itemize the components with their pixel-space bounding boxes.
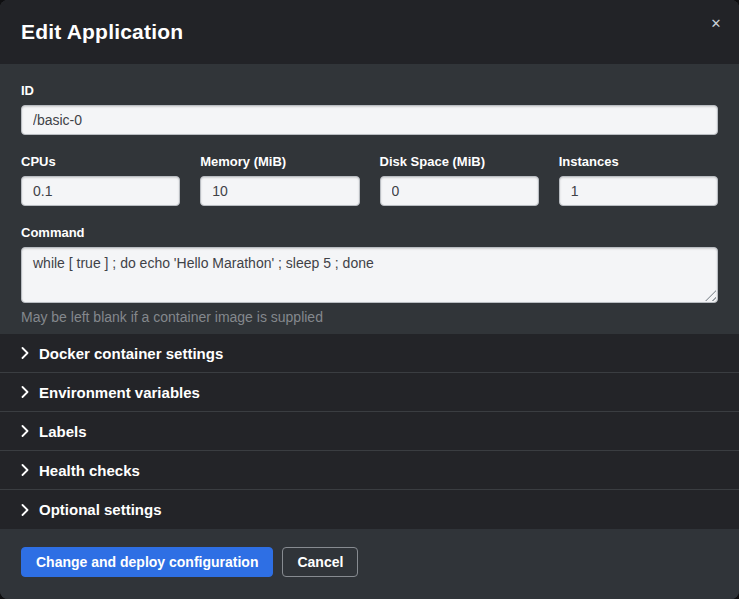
disk-field-group: Disk Space (MiB) xyxy=(380,154,539,206)
section-docker-container-settings[interactable]: Docker container settings xyxy=(0,334,739,373)
command-label: Command xyxy=(21,225,718,240)
memory-input[interactable] xyxy=(200,176,359,206)
disk-input[interactable] xyxy=(380,176,539,206)
section-label: Docker container settings xyxy=(39,345,223,362)
command-field-group: Command while [ true ] ; do echo 'Hello … xyxy=(21,225,718,325)
resources-row: CPUs Memory (MiB) Disk Space (MiB) Insta… xyxy=(21,154,718,206)
section-labels[interactable]: Labels xyxy=(0,412,739,451)
change-and-deploy-button[interactable]: Change and deploy configuration xyxy=(21,547,273,577)
instances-field-group: Instances xyxy=(559,154,718,206)
section-label: Optional settings xyxy=(39,501,162,518)
modal-header: Edit Application ✕ xyxy=(0,0,739,64)
id-input[interactable] xyxy=(21,105,718,135)
command-help-text: May be left blank if a container image i… xyxy=(21,309,718,325)
modal-title: Edit Application xyxy=(21,20,183,44)
command-textarea[interactable]: while [ true ] ; do echo 'Hello Marathon… xyxy=(21,247,718,303)
chevron-right-icon xyxy=(21,386,29,398)
close-icon: ✕ xyxy=(711,17,722,30)
section-optional-settings[interactable]: Optional settings xyxy=(0,490,739,529)
section-label: Environment variables xyxy=(39,384,200,401)
memory-label: Memory (MiB) xyxy=(200,154,359,169)
cpus-input[interactable] xyxy=(21,176,180,206)
collapsible-sections: Docker container settings Environment va… xyxy=(0,334,739,529)
modal-footer: Change and deploy configuration Cancel xyxy=(0,529,739,599)
chevron-right-icon xyxy=(21,347,29,359)
instances-label: Instances xyxy=(559,154,718,169)
id-label: ID xyxy=(21,83,718,98)
chevron-right-icon xyxy=(21,504,29,516)
cpus-field-group: CPUs xyxy=(21,154,180,206)
section-environment-variables[interactable]: Environment variables xyxy=(0,373,739,412)
section-label: Health checks xyxy=(39,462,140,479)
instances-input[interactable] xyxy=(559,176,718,206)
section-label: Labels xyxy=(39,423,87,440)
cancel-button[interactable]: Cancel xyxy=(282,547,358,577)
cpus-label: CPUs xyxy=(21,154,180,169)
id-field-group: ID xyxy=(21,83,718,135)
section-health-checks[interactable]: Health checks xyxy=(0,451,739,490)
modal-body: ID CPUs Memory (MiB) Disk Space (MiB) In… xyxy=(0,64,739,334)
memory-field-group: Memory (MiB) xyxy=(200,154,359,206)
chevron-right-icon xyxy=(21,425,29,437)
close-button[interactable]: ✕ xyxy=(705,12,727,34)
disk-label: Disk Space (MiB) xyxy=(380,154,539,169)
edit-application-modal: Edit Application ✕ ID CPUs Memory (MiB) … xyxy=(0,0,739,599)
chevron-right-icon xyxy=(21,464,29,476)
